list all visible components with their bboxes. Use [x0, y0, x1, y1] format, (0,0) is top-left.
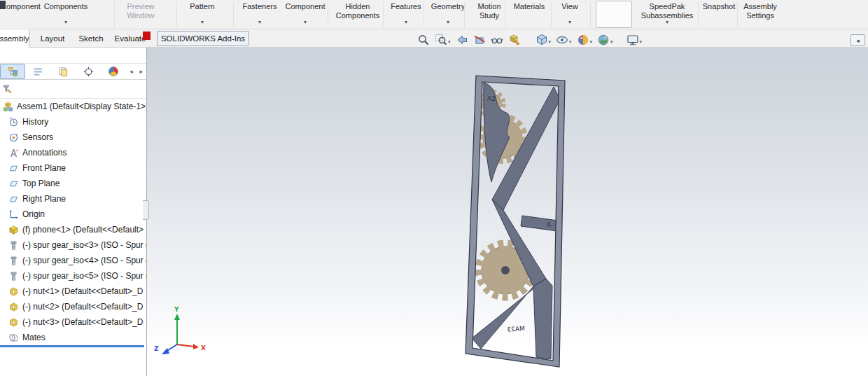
ribbon-item-view[interactable]: View: [554, 2, 585, 27]
tree-item-sensors[interactable]: Sensors: [0, 130, 146, 145]
task-pane-expand-button[interactable]: [850, 34, 865, 46]
tree-item-front-plane[interactable]: Front Plane: [0, 160, 146, 176]
tree-item-nut-3[interactable]: (-) nut<3> (Default<<Default>_D: [0, 314, 146, 330]
chevron-down-icon[interactable]: [258, 17, 261, 27]
apply-scene-button[interactable]: [596, 33, 615, 47]
tree-item-spur-gear-5[interactable]: (-) spur gear_iso<5> (ISO - Spur g: [0, 268, 146, 284]
tree-item-right-plane[interactable]: Right Plane: [0, 191, 146, 207]
tree-item-label: (-) nut<1> (Default<<Default>_D: [22, 286, 143, 296]
plane-icon: [8, 194, 19, 204]
chevron-down-icon[interactable]: [589, 34, 593, 46]
feature-tree: Assem1 (Default<Display State-1>) Histor…: [0, 99, 146, 345]
viewport-canvas[interactable]: A2 A MA23 Y X Z: [147, 48, 868, 376]
chevron-down-icon[interactable]: [447, 17, 449, 27]
chevron-down-icon[interactable]: [405, 17, 407, 27]
ribbon-separator: [114, 2, 115, 27]
ribbon-separator: [505, 2, 505, 27]
tab-solidworks-add-ins[interactable]: SOLIDWORKS Add-Ins: [157, 31, 249, 46]
ribbon-item-pattern[interactable]: Pattern: [182, 2, 223, 27]
chevron-down-icon[interactable]: [568, 17, 571, 27]
gear-part-icon: [8, 240, 19, 251]
tree-selection-bar[interactable]: [0, 345, 144, 347]
ribbon-item-geometry[interactable]: Geometry: [427, 2, 469, 27]
previous-view-icon: [456, 34, 468, 46]
feature-tree-filter-bar[interactable]: [0, 80, 146, 99]
filter-tree-items-button[interactable]: [507, 33, 522, 47]
chevron-down-icon[interactable]: [201, 17, 204, 27]
chevron-down-icon[interactable]: [64, 17, 67, 27]
tree-item-history[interactable]: History: [0, 114, 146, 130]
previous-view-button[interactable]: [454, 33, 470, 47]
chevron-down-icon[interactable]: [304, 17, 307, 27]
tree-item-nut-2[interactable]: (-) nut<2> (Default<<Default>_D: [0, 299, 146, 314]
assembly-model[interactable]: A2 A MA23: [465, 76, 565, 367]
tree-item-label: Origin: [22, 209, 45, 219]
ribbon-item-hidden-components[interactable]: Hidden Components: [332, 2, 384, 27]
chevron-down-icon[interactable]: [610, 34, 613, 46]
panel-splitter-handle[interactable]: [143, 200, 149, 220]
command-manager-ribbon: omponent Components Preview Window Patte…: [0, 0, 868, 29]
ribbon-item-motion-study[interactable]: Motion Study: [470, 2, 508, 27]
chevron-down-icon[interactable]: [568, 34, 572, 46]
tree-item-phone[interactable]: (f) phone<1> (Default<<Default>: [0, 222, 146, 237]
orientation-triad[interactable]: Y X Z: [154, 306, 206, 354]
tree-item-origin[interactable]: Origin: [0, 207, 146, 222]
zoom-to-area-button[interactable]: [433, 33, 452, 47]
tab-property-manager[interactable]: [25, 64, 50, 79]
tree-item-spur-gear-4[interactable]: (-) spur gear_iso<4> (ISO - Spur g: [0, 253, 146, 268]
ribbon-blank-toggle[interactable]: [596, 1, 632, 28]
model-mark-mid: A: [547, 221, 552, 228]
display-style-button[interactable]: [534, 33, 553, 47]
tree-item-annotations[interactable]: Annotations: [0, 145, 146, 160]
tree-item-nut-1[interactable]: (-) nut<1> (Default<<Default>_D: [0, 284, 146, 299]
tree-item-label: (-) nut<2> (Default<<Default>_D: [22, 302, 143, 312]
chevron-down-icon[interactable]: [639, 34, 643, 46]
dynamic-annotation-views-button[interactable]: [489, 33, 505, 47]
dimxpert-target-icon: [83, 67, 94, 77]
tree-item-label: (-) spur gear_iso<3> (ISO - Spur g: [22, 240, 146, 250]
ribbon-item-components[interactable]: Components: [39, 2, 92, 27]
edit-appearance-button[interactable]: [575, 33, 594, 47]
ribbon-item-component[interactable]: Component: [283, 2, 328, 27]
tree-item-label: (f) phone<1> (Default<<Default>: [22, 225, 144, 235]
tab-assembly[interactable]: ssembly: [0, 29, 29, 48]
tab-feature-manager-tree[interactable]: [0, 64, 25, 79]
chevron-down-icon[interactable]: [447, 34, 451, 46]
ribbon-item-preview-window[interactable]: Preview Window: [116, 2, 165, 27]
nut-part-icon: [8, 286, 19, 297]
gear-part-icon: [8, 271, 19, 281]
tab-dimxpert-manager[interactable]: [76, 64, 101, 79]
ribbon-separator: [424, 2, 424, 27]
panel-tabs-scroll-left[interactable]: [127, 64, 136, 79]
ribbon-item-materials[interactable]: Materials: [510, 2, 549, 27]
ribbon-item-speedpak-subassemblies[interactable]: SpeedPak Subassemblies: [634, 2, 700, 27]
tree-item-spur-gear-3[interactable]: (-) spur gear_iso<3> (ISO - Spur g: [0, 237, 146, 253]
chevron-down-icon[interactable]: [666, 17, 668, 27]
cropped-icon: [0, 1, 6, 9]
tree-item-label: Mates: [22, 333, 46, 342]
hide-show-items-button[interactable]: [554, 33, 573, 47]
plane-icon: [8, 179, 19, 189]
model-mark-bottom: MA23: [507, 325, 525, 333]
tree-item-top-plane[interactable]: Top Plane: [0, 176, 146, 191]
hide-show-items-icon: [556, 34, 568, 46]
nut-part-icon: [8, 317, 19, 328]
ribbon-item-component-cropped[interactable]: omponent: [6, 2, 44, 27]
view-settings-button[interactable]: [625, 33, 644, 47]
annotations-icon: [8, 148, 19, 158]
ribbon-item-assembly-settings[interactable]: Assembly Settings: [739, 2, 781, 27]
nut-part-icon: [8, 302, 19, 312]
zoom-to-fit-button[interactable]: [416, 33, 431, 47]
ribbon-item-fasteners[interactable]: Fasteners: [239, 2, 280, 27]
tree-item-mates[interactable]: Mates: [0, 330, 146, 345]
tab-sketch[interactable]: Sketch: [73, 29, 109, 47]
ribbon-item-snapshot[interactable]: Snapshot: [700, 2, 738, 27]
chevron-down-icon[interactable]: [548, 34, 552, 46]
tab-layout[interactable]: Layout: [32, 29, 73, 47]
panel-tabs-scroll-right[interactable]: [136, 64, 146, 79]
section-view-button[interactable]: [472, 33, 487, 47]
tab-display-manager[interactable]: [101, 64, 126, 79]
tab-configuration-manager[interactable]: [50, 64, 76, 79]
tree-item-assem1[interactable]: Assem1 (Default<Display State-1>): [0, 99, 146, 114]
ribbon-item-features[interactable]: Features: [386, 2, 426, 27]
